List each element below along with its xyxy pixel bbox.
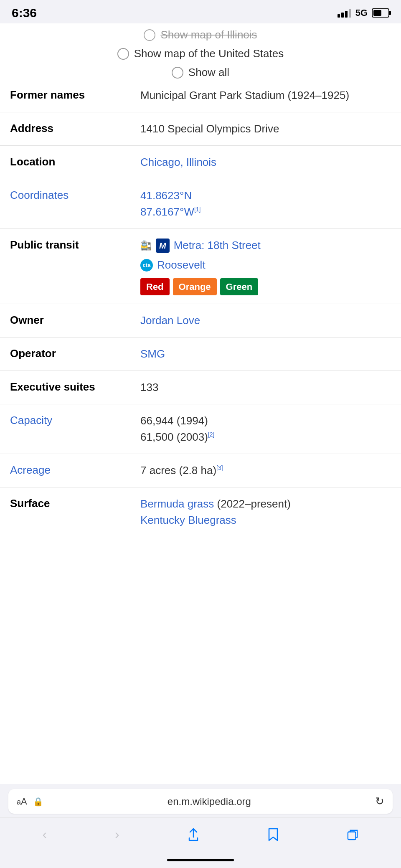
location-row: Location Chicago, Illinois (0, 146, 401, 179)
radio-all[interactable] (172, 67, 183, 79)
network-type: 5G (355, 8, 368, 18)
surface-label: Surface (0, 487, 134, 537)
lat-coord[interactable]: 41.8623°N (140, 188, 393, 204)
forward-button[interactable]: › (107, 822, 128, 846)
capacity-1994: 66,944 (1994) (140, 413, 393, 429)
executive-suites-row: Executive suites 133 (0, 371, 401, 404)
owner-row: Owner Jordan Love (0, 304, 401, 338)
surface-value: Bermuda grass (2022–present) Kentucky Bl… (134, 487, 401, 537)
home-bar (167, 859, 234, 861)
former-names-row: Former names Municipal Grant Park Stadiu… (0, 79, 401, 112)
location-link[interactable]: Chicago, Illinois (140, 154, 393, 170)
cta-transit-line[interactable]: cta Roosevelt (140, 257, 393, 273)
acreage-value: 7 acres (2.8 ha)[3] (134, 454, 401, 487)
kentucky-bluegrass-link[interactable]: Kentucky Bluegrass (140, 512, 393, 528)
capacity-row: Capacity 66,944 (1994) 61,500 (2003)[2] (0, 404, 401, 454)
bookmarks-button[interactable] (259, 824, 287, 845)
surface-row: Surface Bermuda grass (2022–present) Ken… (0, 487, 401, 537)
text-size-button[interactable]: aA (17, 796, 27, 807)
lock-icon: 🔒 (33, 797, 43, 807)
back-button[interactable]: ‹ (34, 822, 55, 846)
red-line-badge[interactable]: Red (140, 278, 170, 295)
operator-value[interactable]: SMG (134, 338, 401, 371)
owner-link[interactable]: Jordan Love (140, 312, 393, 329)
roosevelt-link[interactable]: Roosevelt (157, 257, 206, 273)
acreage-ref: [3] (216, 464, 223, 471)
nav-bar: ‹ › (0, 817, 401, 855)
lon-coord[interactable]: 87.6167°W[1] (140, 204, 393, 220)
battery-icon (372, 8, 389, 18)
signal-bars-icon (338, 8, 351, 18)
location-value[interactable]: Chicago, Illinois (134, 146, 401, 179)
train-icon: 🚉 (140, 239, 152, 252)
acreage-text: 7 acres (2.8 ha)[3] (140, 462, 393, 479)
tabs-button[interactable] (339, 824, 367, 845)
operator-row: Operator SMG (0, 338, 401, 371)
public-transit-value: 🚉 M Metra: 18th Street cta Roosevelt Red… (134, 229, 401, 304)
metra-link[interactable]: Metra: 18th Street (174, 237, 261, 254)
show-map-us-option[interactable]: Show map of the United States (117, 47, 284, 60)
orange-line-badge[interactable]: Orange (173, 278, 217, 295)
line-badges: Red Orange Green (140, 278, 393, 295)
signal-bar-3 (345, 11, 348, 18)
capacity-label[interactable]: Capacity (0, 404, 134, 454)
map-options-section: Show map of Illinois Show map of the Uni… (0, 23, 401, 79)
main-content: Show map of Illinois Show map of the Uni… (0, 23, 401, 784)
status-time: 6:36 (12, 6, 37, 20)
radio-illinois[interactable] (144, 29, 155, 41)
share-button[interactable] (179, 824, 208, 845)
signal-bar-1 (338, 14, 340, 18)
svg-rect-0 (348, 832, 355, 840)
executive-suites-value: 133 (134, 371, 401, 404)
address-label: Address (0, 112, 134, 145)
metra-badge: M (156, 239, 170, 253)
status-bar: 6:36 5G (0, 0, 401, 23)
location-label: Location (0, 146, 134, 179)
address-row: Address 1410 Special Olympics Drive (0, 112, 401, 146)
owner-label: Owner (0, 304, 134, 337)
green-line-badge[interactable]: Green (220, 278, 259, 295)
signal-bar-2 (341, 13, 344, 18)
metra-transit-line[interactable]: 🚉 M Metra: 18th Street (140, 237, 393, 254)
public-transit-label: Public transit (0, 229, 134, 304)
url-display[interactable]: en.m.wikipedia.org (49, 796, 369, 807)
address-value: 1410 Special Olympics Drive (134, 112, 401, 145)
cta-badge: cta (140, 259, 153, 272)
coordinates-row: Coordinates 41.8623°N 87.6167°W[1] (0, 179, 401, 229)
acreage-row: Acreage 7 acres (2.8 ha)[3] (0, 454, 401, 487)
show-map-illinois-option[interactable]: Show map of Illinois (144, 28, 257, 41)
browser-bar[interactable]: aA 🔒 en.m.wikipedia.org ↻ (8, 789, 393, 814)
browser-bar-container: aA 🔒 en.m.wikipedia.org ↻ (0, 784, 401, 814)
capacity-ref: [2] (208, 431, 215, 438)
former-names-value: Municipal Grant Park Stadium (1924–1925) (134, 79, 401, 112)
acreage-label[interactable]: Acreage (0, 454, 134, 487)
executive-suites-label: Executive suites (0, 371, 134, 404)
capacity-value: 66,944 (1994) 61,500 (2003)[2] (134, 404, 401, 454)
reload-button[interactable]: ↻ (375, 795, 384, 808)
bermuda-grass-link[interactable]: Bermuda grass (140, 497, 214, 510)
operator-link[interactable]: SMG (140, 346, 393, 362)
home-indicator (0, 855, 401, 868)
coordinates-value[interactable]: 41.8623°N 87.6167°W[1] (134, 179, 401, 228)
public-transit-row: Public transit 🚉 M Metra: 18th Street ct… (0, 229, 401, 304)
capacity-2003: 61,500 (2003)[2] (140, 429, 393, 445)
signal-bar-4 (349, 9, 351, 18)
coord-ref: [1] (194, 206, 201, 213)
owner-value[interactable]: Jordan Love (134, 304, 401, 337)
radio-us[interactable] (117, 48, 129, 60)
coordinates-label[interactable]: Coordinates (0, 179, 134, 228)
former-names-label: Former names (0, 79, 134, 112)
surface-line1[interactable]: Bermuda grass (2022–present) (140, 496, 393, 512)
show-all-option[interactable]: Show all (172, 66, 229, 79)
status-icons: 5G (338, 8, 389, 18)
operator-label: Operator (0, 338, 134, 371)
